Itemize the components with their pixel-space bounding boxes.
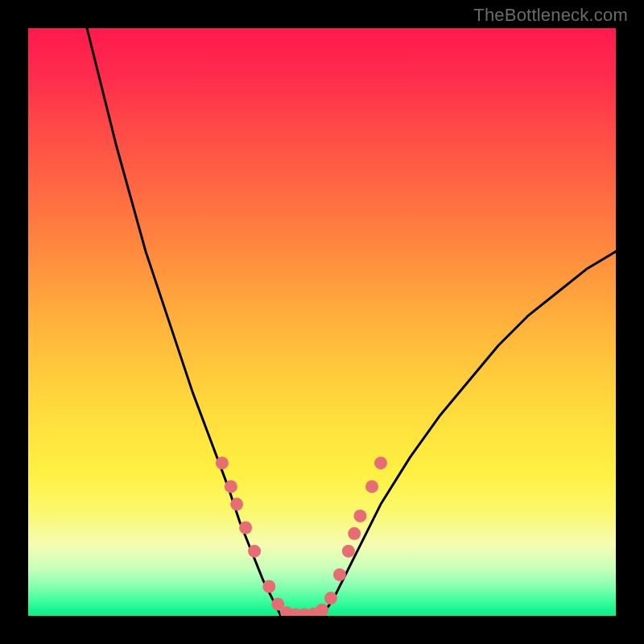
chart-frame: TheBottleneck.com (0, 0, 644, 644)
chart-svg (28, 28, 616, 616)
curve-dots (216, 456, 387, 616)
marker-dot (374, 456, 387, 469)
plot-area (28, 28, 616, 616)
curve-lines (87, 28, 616, 616)
marker-dot (333, 568, 346, 581)
marker-dot (248, 545, 261, 558)
marker-dot (316, 604, 328, 616)
marker-dot (324, 592, 337, 605)
marker-dot (225, 480, 237, 493)
marker-dot (365, 480, 378, 493)
bottleneck-curve (87, 28, 616, 616)
marker-dot (342, 545, 355, 558)
watermark-text: TheBottleneck.com (473, 5, 628, 26)
marker-dot (353, 510, 366, 522)
marker-dot (239, 522, 252, 535)
marker-dot (216, 456, 229, 469)
marker-dot (262, 580, 275, 593)
marker-dot (348, 527, 361, 540)
marker-dot (230, 497, 243, 510)
